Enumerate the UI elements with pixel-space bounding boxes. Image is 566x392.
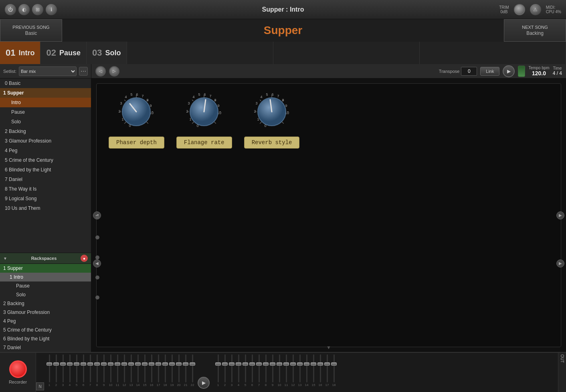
fader-track-0[interactable]: 1 [46,354,53,390]
part-item-pause[interactable]: 02 Pause [40,42,87,64]
song-item-5[interactable]: 5 Crime of the Century [0,155,91,165]
fader-thumb-right-0[interactable] [215,362,221,366]
prev-song-button[interactable]: PREVIOUS SONG Basic [0,19,62,42]
info-icon[interactable]: ℹ [46,4,57,15]
fader-track-13[interactable]: 14 [135,354,141,390]
fader-track-20[interactable]: 21 [182,354,189,390]
fader-thumb-right-13[interactable] [304,362,309,366]
fader-track-right-14[interactable]: 15 [310,354,317,390]
fader-track-right-0[interactable]: 1 [215,354,221,390]
fader-thumb-right-10[interactable] [283,362,289,366]
fader-thumb-right-4[interactable] [243,362,248,366]
rackspaces-close-button[interactable]: ● [81,255,88,262]
fader-thumb-0[interactable] [46,362,52,366]
song-item-6[interactable]: 6 Blinded by the Light [0,165,91,175]
fader-track-9[interactable]: 10 [107,354,114,390]
fader-thumb-right-16[interactable] [324,362,330,366]
setlist-more-button[interactable]: ⋯ [79,67,88,76]
fader-track-right-9[interactable]: 10 [276,354,283,390]
grid-icon[interactable]: ⊞ [32,4,43,15]
setlist-select[interactable]: Bar mix [19,66,77,76]
fader-track-12[interactable]: 13 [128,354,134,390]
fader-track-21[interactable]: 22 [189,354,196,390]
reverb-style-knob[interactable]: 1 2 3 4 5 6 7 8 9 10 0 [252,92,292,132]
transpose-value[interactable]: 0 [461,67,477,76]
fader-thumb-right-15[interactable] [317,362,323,366]
fader-thumb-14[interactable] [142,362,148,366]
fader-thumb-10[interactable] [115,362,120,366]
part-item-intro[interactable]: 01 Intro [0,42,40,64]
next-song-button[interactable]: NEXT SONG Backing [504,19,566,42]
fader-track-right-2[interactable]: 3 [228,354,235,390]
collapse-right-bottom-button[interactable]: ▶ [556,259,564,267]
fader-thumb-20[interactable] [183,362,188,366]
fader-thumb-7[interactable] [94,362,100,366]
rack-item-solo[interactable]: Solo [0,290,91,299]
rack-item-3[interactable]: 3 Glamour Profession [0,308,91,317]
fader-track-6[interactable]: 7 [87,354,93,390]
fader-thumb-right-7[interactable] [263,362,269,366]
fader-track-7[interactable]: 8 [94,354,100,390]
recorder-button[interactable] [9,360,27,378]
fader-thumb-right-17[interactable] [331,362,337,366]
fader-thumb-13[interactable] [135,362,141,366]
fader-thumb-right-9[interactable] [277,362,282,366]
song-item-3[interactable]: 3 Glamour Profession [0,136,91,146]
fader-thumb-17[interactable] [162,362,168,366]
fader-track-right-17[interactable]: 18 [331,354,337,390]
fader-thumb-3[interactable] [67,362,73,366]
fader-track-right-10[interactable]: 11 [283,354,289,390]
fader-track-right-4[interactable]: 5 [242,354,249,390]
fader-thumb-2[interactable] [60,362,66,366]
collapse-right-button[interactable]: ▶ [556,211,564,219]
fader-track-right-16[interactable]: 17 [324,354,330,390]
fader-track-right-11[interactable]: 12 [290,354,296,390]
fader-track-16[interactable]: 17 [155,354,162,390]
song-item-pause[interactable]: Pause [0,107,91,117]
song-item-solo[interactable]: Solo [0,117,91,127]
fader-track-right-3[interactable]: 4 [235,354,242,390]
play-button[interactable]: ▶ [503,65,515,77]
fader-track-8[interactable]: 9 [101,354,107,390]
fader-thumb-right-5[interactable] [249,362,255,366]
song-item-2[interactable]: 2 Backing [0,127,91,136]
fader-track-10[interactable]: 11 [114,354,121,390]
fader-thumb-6[interactable] [87,362,93,366]
song-item-intro[interactable]: Intro [0,98,91,107]
fader-track-1[interactable]: 2 [53,354,59,390]
fader-track-4[interactable]: 5 [73,354,80,390]
rack-item-6[interactable]: 6 Blinded by the Light [0,334,91,343]
fader-thumb-right-3[interactable] [236,362,241,366]
song-item-7[interactable]: 7 Daniel [0,175,91,184]
power-icon[interactable]: ⏻ [5,4,16,15]
tempo-value[interactable]: 120.0 [532,70,546,76]
fader-track-right-12[interactable]: 13 [297,354,303,390]
fader-track-right-6[interactable]: 7 [256,354,262,390]
rack-item-1-supper[interactable]: 1 Supper [0,264,91,273]
nav-left-button[interactable]: ◁ [95,66,106,76]
fader-track-right-5[interactable]: 6 [249,354,255,390]
part-item-solo[interactable]: 03 Solo [87,42,127,64]
fader-thumb-11[interactable] [121,362,127,366]
n-label[interactable]: N [36,382,44,390]
fader-track-right-1[interactable]: 2 [222,354,228,390]
fader-track-3[interactable]: 4 [67,354,73,390]
fader-track-19[interactable]: 20 [176,354,182,390]
nav-right-button[interactable]: ▷ [109,66,119,76]
rack-item-2[interactable]: 2 Backing [0,299,91,308]
fader-thumb-15[interactable] [149,362,154,366]
song-item-0[interactable]: 0 Basic [0,78,91,88]
fader-thumb-5[interactable] [81,362,86,366]
fader-track-5[interactable]: 6 [80,354,87,390]
fader-thumb-right-1[interactable] [222,362,228,366]
song-item-8[interactable]: 8 The Way it Is [0,184,91,194]
flanage-rate-knob[interactable]: 1 2 3 4 5 6 7 8 9 10 0 [184,92,224,132]
fader-thumb-4[interactable] [74,362,79,366]
rack-item-4[interactable]: 4 Peg [0,317,91,326]
fader-track-right-15[interactable]: 16 [317,354,323,390]
fader-track-18[interactable]: 19 [169,354,175,390]
fader-thumb-16[interactable] [156,362,161,366]
fader-thumb-right-11[interactable] [290,362,296,366]
fader-thumb-1[interactable] [53,362,59,366]
master-knob[interactable] [514,4,525,15]
